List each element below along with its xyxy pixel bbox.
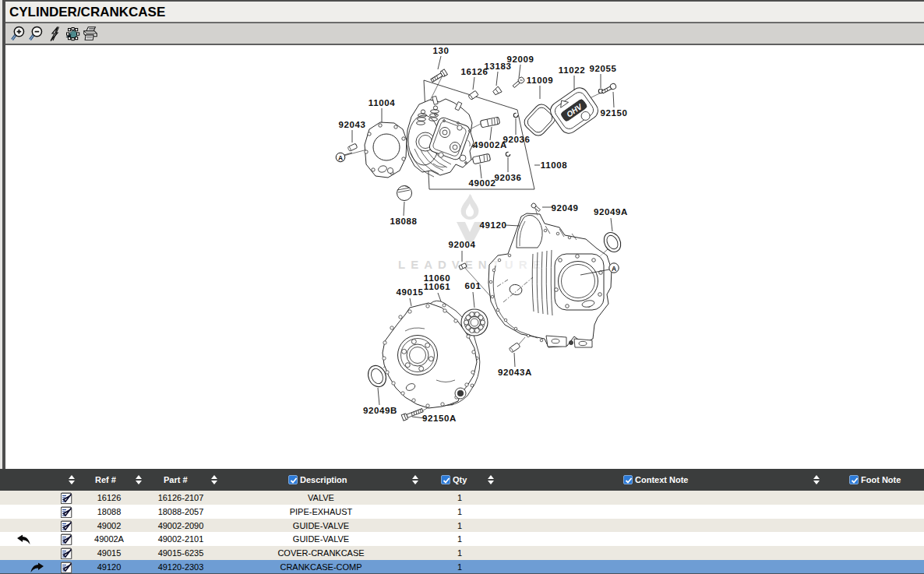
header-part[interactable]: Part # (164, 469, 188, 491)
select-image-icon (65, 26, 81, 42)
table-row[interactable]: 4900249002-2090GUIDE-VALVE1 (0, 519, 924, 533)
left-frame-border[interactable] (2, 0, 5, 469)
part-valve-guide-49002a[interactable] (480, 117, 499, 128)
part-bolt-92150a[interactable] (401, 407, 424, 421)
part-label[interactable]: 92049 (552, 203, 579, 213)
part-valve-cover-11022[interactable]: OHV (547, 84, 601, 136)
part-label[interactable]: 18088 (390, 217, 418, 226)
cell-description: GUIDE-VALVE (243, 532, 399, 546)
cell-part: 18088-2057 (142, 505, 220, 519)
part-label[interactable]: 11061 (424, 282, 450, 291)
table-row[interactable]: 4901549015-6235COVER-CRANKCASE1 (0, 546, 924, 560)
part-label[interactable]: 49002A (473, 140, 507, 150)
part-label[interactable]: 11009 (527, 76, 553, 85)
part-label[interactable]: 92055 (590, 64, 617, 73)
zoom-in-button[interactable] (10, 25, 27, 42)
header-ref[interactable]: Ref # (95, 469, 116, 491)
sort-qty[interactable] (488, 469, 494, 491)
part-label[interactable]: 11022 (559, 65, 585, 75)
cell-foot-note (814, 546, 924, 560)
part-seal-92049a[interactable] (601, 230, 624, 255)
part-label[interactable]: 92036 (495, 173, 522, 182)
part-keeper-13183[interactable] (492, 86, 502, 96)
title-bar: CYLINDER/CRANKCASE (5, 0, 924, 23)
sort-description[interactable] (412, 469, 418, 491)
part-circlip-92036-b[interactable] (506, 152, 510, 156)
part-crankcase-49120[interactable] (488, 213, 612, 347)
part-label[interactable]: 92049A (594, 207, 628, 217)
description-checkbox[interactable] (288, 475, 298, 484)
exploded-diagram[interactable]: LEADVENTURE (5, 47, 924, 469)
cell-context-note (506, 491, 810, 505)
forward-arrow-icon[interactable] (30, 562, 45, 572)
notepad-check-icon[interactable] (61, 505, 73, 518)
sort-context-note[interactable] (813, 469, 820, 491)
part-valve-16126[interactable] (468, 90, 478, 100)
part-circlip-92036-a[interactable] (513, 113, 517, 117)
notepad-check-icon[interactable] (61, 519, 73, 532)
table-row[interactable]: 1808818088-2057PIPE-EXHAUST1 (0, 505, 924, 519)
part-label[interactable]: 49002 (469, 178, 496, 188)
cell-context-note (506, 505, 810, 519)
part-screw-92009[interactable] (512, 76, 526, 89)
select-image-button[interactable] (64, 25, 81, 42)
context-note-checkbox[interactable] (623, 475, 633, 484)
parts-catalog-app: CYLINDER/CRANKCASE (0, 0, 924, 574)
sort-part[interactable] (211, 469, 217, 491)
part-head-gasket-11004[interactable] (365, 122, 407, 178)
back-arrow-icon[interactable] (16, 534, 31, 544)
hotspots-button[interactable] (46, 25, 63, 42)
header-description[interactable]: Description (288, 469, 347, 491)
cell-ref: 16126 (78, 491, 140, 505)
part-label[interactable]: 49015 (397, 287, 424, 297)
cell-ref: 49002 (78, 519, 140, 533)
part-label[interactable]: 92043A (498, 368, 532, 377)
part-label[interactable]: 92009 (507, 55, 534, 64)
part-label[interactable]: 92036 (503, 135, 531, 144)
part-cylinder-head[interactable] (407, 96, 474, 177)
header-context-note[interactable]: Context Note (623, 469, 688, 491)
header-qty[interactable]: Qty (441, 469, 467, 491)
part-valve-guide-49002[interactable] (472, 153, 490, 164)
notepad-check-icon[interactable] (61, 491, 73, 504)
sort-icon-col[interactable] (69, 469, 75, 491)
cell-foot-note (814, 532, 924, 546)
part-bolt-130[interactable] (430, 69, 448, 84)
part-cap-18088[interactable] (397, 186, 412, 201)
qty-checkbox[interactable] (441, 475, 450, 484)
parts-table-body: 1612616126-2107VALVE11808818088-2057PIPE… (0, 491, 924, 574)
part-label[interactable]: 92004 (449, 240, 476, 249)
notepad-check-icon[interactable] (61, 547, 73, 559)
table-row[interactable]: 49002A49002-2101GUIDE-VALVE1 (0, 532, 924, 546)
part-label[interactable]: 601 (465, 281, 481, 291)
parts-table-header: Ref # Part # Description Qty Context Not… (0, 469, 924, 491)
part-label[interactable]: 130 (433, 47, 450, 55)
part-label[interactable]: 11008 (541, 160, 567, 170)
part-pin-92043[interactable] (347, 143, 358, 151)
print-button[interactable] (82, 25, 99, 42)
sort-ref[interactable] (136, 469, 142, 491)
part-bolt-92150[interactable] (601, 83, 617, 94)
part-label[interactable]: 92049B (363, 406, 397, 415)
cell-qty: 1 (436, 505, 483, 519)
cell-context-note (506, 560, 810, 574)
cell-qty: 1 (436, 546, 483, 560)
part-label[interactable]: 92150 (601, 108, 628, 118)
notepad-check-icon[interactable] (61, 561, 73, 573)
foot-note-checkbox[interactable] (849, 475, 859, 484)
part-pin-92043a[interactable] (509, 343, 520, 353)
part-label[interactable]: 92150A (422, 414, 457, 423)
cell-ref: 18088 (78, 505, 140, 519)
svg-text:A: A (338, 154, 343, 162)
header-foot-note[interactable]: Foot Note (849, 469, 901, 491)
part-label[interactable]: 49120 (480, 220, 507, 230)
table-row[interactable]: 1612616126-2107VALVE1 (0, 491, 924, 505)
part-bolt-92049[interactable] (531, 202, 541, 213)
part-label[interactable]: 11004 (369, 98, 395, 107)
cell-part: 49002-2101 (142, 532, 220, 546)
table-row[interactable]: 4912049120-2303CRANKCASE-COMP1 (0, 560, 924, 574)
cell-description: CRANKCASE-COMP (243, 560, 399, 574)
zoom-out-button[interactable] (28, 25, 45, 42)
part-label[interactable]: 92043 (339, 120, 366, 129)
notepad-check-icon[interactable] (61, 533, 73, 545)
